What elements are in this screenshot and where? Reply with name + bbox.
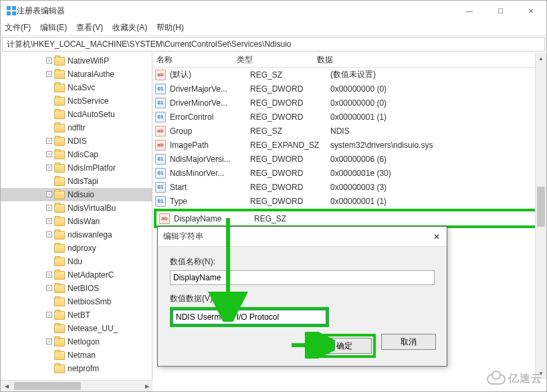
list-row[interactable]: 01ErrorControlREG_DWORD0x00000001 (1) [152, 110, 546, 124]
tree-item[interactable]: Netman [1, 349, 152, 362]
list-row[interactable]: abImagePathREG_EXPAND_SZsystem32\drivers… [152, 138, 546, 152]
expand-icon[interactable]: › [46, 205, 52, 211]
scroll-thumb[interactable] [537, 187, 545, 227]
dialog-titlebar[interactable]: 编辑字符串 ✕ [158, 227, 447, 247]
tree-item[interactable]: ›NDIS [1, 134, 152, 148]
folder-icon [54, 70, 65, 79]
tree-item[interactable]: ›NdisImPlatfor [1, 161, 152, 175]
tree-item[interactable]: NcdAutoSetu [1, 108, 152, 121]
tree-item[interactable]: ›NdisWan [1, 215, 152, 228]
folder-icon [54, 231, 65, 239]
value-type: REG_DWORD [249, 183, 329, 192]
ok-button[interactable]: 确定 [317, 338, 372, 354]
list-row[interactable]: 01DriverMinorVe...REG_DWORD0x00000000 (0… [152, 96, 546, 110]
expand-icon[interactable]: › [46, 71, 52, 77]
tree-item[interactable]: ›NetAdapterC [1, 268, 152, 282]
tree-item[interactable]: ndfltr [1, 121, 152, 134]
scroll-thumb[interactable] [14, 382, 81, 390]
list-row[interactable]: 01TypeREG_DWORD0x00000001 (1) [152, 194, 546, 208]
tree-item[interactable]: ›NdisVirtualBu [1, 201, 152, 215]
expand-icon[interactable]: › [46, 338, 52, 345]
list-row[interactable]: 01NdisMinorVer...REG_DWORD0x0000001e (30… [152, 166, 546, 180]
tree-item[interactable]: ›NetBIOS [1, 282, 152, 295]
expand-icon[interactable]: › [46, 218, 52, 224]
col-data[interactable]: 数据 [313, 54, 546, 66]
value-type: REG_EXPAND_SZ [249, 140, 329, 150]
title-bar[interactable]: 注册表编辑器 — ☐ ✕ [1, 1, 546, 21]
tree-item[interactable]: Netease_UU_ [1, 322, 152, 335]
tree-item[interactable]: ›NetBT [1, 308, 152, 322]
menu-help[interactable]: 帮助(H) [156, 22, 184, 33]
tree-item[interactable]: NdisTapi [1, 175, 152, 188]
menu-file[interactable]: 文件(F) [5, 22, 31, 33]
col-name[interactable]: 名称 [152, 54, 233, 66]
list-row[interactable]: 01NdisMajorVersi...REG_DWORD0x00000006 (… [152, 152, 546, 166]
list-row[interactable]: ab DisplayName REG_SZ [156, 211, 542, 225]
value-type: REG_DWORD [249, 197, 329, 206]
expand-icon[interactable]: › [46, 165, 52, 171]
value-data: 0x00000003 (3) [329, 183, 544, 192]
tree-item[interactable]: ›Netlogon [1, 335, 152, 349]
tree-item[interactable]: NetbiosSmb [1, 295, 152, 308]
folder-icon [54, 258, 65, 266]
binary-icon: 01 [155, 196, 166, 207]
value-data: 0x00000000 (0) [329, 84, 544, 94]
expand-icon[interactable]: › [46, 312, 52, 318]
list-row[interactable]: ab(默认)REG_SZ(数值未设置) [152, 68, 546, 82]
list-row[interactable]: 01StartREG_DWORD0x00000003 (3) [152, 180, 546, 194]
tree-item[interactable]: Ndu [1, 255, 152, 268]
scroll-up-icon[interactable]: ▲ [536, 53, 546, 64]
address-bar[interactable]: 计算机\HKEY_LOCAL_MACHINE\SYSTEM\CurrentCon… [2, 37, 545, 52]
close-button[interactable]: ✕ [516, 1, 546, 21]
minimize-button[interactable]: — [454, 1, 485, 21]
expand-icon[interactable]: › [46, 138, 52, 144]
tree-item-label: NcaSvc [68, 83, 95, 92]
tree-item[interactable]: ›ndiswanlega [1, 228, 152, 241]
value-type: REG_DWORD [249, 169, 329, 178]
expand-icon[interactable]: › [46, 191, 52, 197]
value-data-field[interactable] [173, 310, 326, 324]
expand-icon[interactable]: › [46, 231, 52, 237]
list-row[interactable]: abGroupREG_SZNDIS [152, 124, 546, 138]
value-data: 0x00000001 (1) [329, 197, 544, 206]
scroll-left-icon[interactable]: ◀ [1, 381, 12, 391]
edit-string-dialog: 编辑字符串 ✕ 数值名称(N): 数值数据(V): 确定 取消 [157, 226, 447, 367]
dialog-close-button[interactable]: ✕ [429, 229, 444, 244]
value-name-field[interactable] [170, 270, 435, 285]
menu-edit[interactable]: 编辑(E) [40, 22, 67, 33]
tree-item-label: Netlogon [68, 337, 100, 347]
scroll-right-icon[interactable]: ▶ [141, 381, 152, 391]
tree-item[interactable]: ndproxy [1, 241, 152, 255]
app-icon [6, 5, 17, 16]
value-name: DriverMajorVe... [169, 84, 249, 94]
tree-item[interactable]: NcbService [1, 94, 152, 108]
expand-icon[interactable]: › [46, 58, 52, 64]
tree-item[interactable]: ›NativeWifiP [1, 54, 152, 68]
expand-icon[interactable]: › [46, 272, 52, 278]
tree-item-label: NdisWan [68, 217, 100, 226]
menu-favorites[interactable]: 收藏夹(A) [112, 22, 147, 33]
vertical-scrollbar[interactable]: ▲ ▼ [535, 53, 546, 379]
folder-icon [54, 271, 65, 280]
cancel-button[interactable]: 取消 [381, 334, 436, 350]
binary-icon: 01 [155, 98, 166, 108]
tree-item[interactable]: NcaSvc [1, 81, 152, 94]
menu-view[interactable]: 查看(V) [76, 22, 103, 33]
tree-item[interactable]: ›NaturalAuthe [1, 68, 152, 81]
col-type[interactable]: 类型 [233, 54, 313, 66]
tree-item-label: NetbiosSmb [68, 297, 111, 306]
tree-item[interactable]: ›NdisCap [1, 148, 152, 161]
horizontal-scrollbar[interactable]: ◀ ▶ [1, 380, 152, 391]
tree-item-label: netprofm [68, 364, 99, 373]
tree-item[interactable]: ›Ndisuio [1, 188, 152, 201]
expand-icon[interactable]: › [46, 151, 52, 157]
maximize-button[interactable]: ☐ [485, 1, 516, 21]
expand-icon[interactable]: › [46, 285, 52, 291]
tree-item[interactable]: netprofm [1, 362, 152, 375]
tree-item-label: ndiswanlega [68, 230, 112, 239]
highlighted-new-value: ab DisplayName REG_SZ [154, 209, 545, 228]
folder-icon [54, 244, 65, 253]
key-tree[interactable]: ›NativeWifiP›NaturalAutheNcaSvcNcbServic… [1, 53, 152, 391]
value-name: (默认) [169, 69, 249, 80]
list-row[interactable]: 01DriverMajorVe...REG_DWORD0x00000000 (0… [152, 82, 546, 96]
